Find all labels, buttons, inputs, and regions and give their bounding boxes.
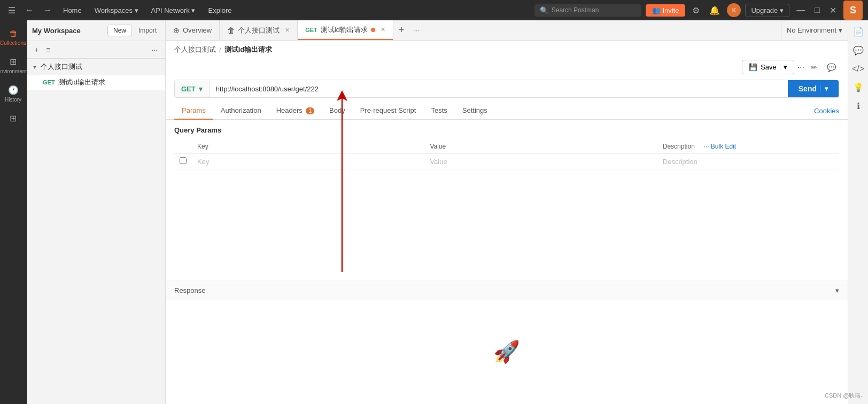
empty-illustration: 🚀 xyxy=(493,339,520,364)
back-icon[interactable]: ← xyxy=(22,4,36,16)
forward-icon[interactable]: → xyxy=(41,4,55,16)
response-body: 🚀 xyxy=(166,300,848,405)
response-section[interactable]: Response ▾ xyxy=(166,281,848,300)
row-checkbox[interactable] xyxy=(180,157,187,164)
collections-toolbar: + ≡ ··· xyxy=(27,41,165,59)
breadcrumb: 个人接口测试 / 测试id输出请求 xyxy=(174,45,839,55)
method-label: GET xyxy=(181,85,196,93)
tabs-bar: ⊕ Overview 🗑 个人接口测试 ✕ GET 测试id输出请求 ✕ + ·… xyxy=(166,20,848,41)
more-tabs-icon[interactable]: ··· xyxy=(409,26,424,34)
tab-pre-request[interactable]: Pre-request Script xyxy=(353,102,424,120)
api-network-nav[interactable]: API Network ▾ xyxy=(147,4,200,17)
extensions-icon: ⊞ xyxy=(10,113,17,123)
tab-request[interactable]: GET 测试id输出请求 ✕ xyxy=(298,20,393,40)
tab-method-badge: GET xyxy=(305,27,317,33)
query-params-title: Query Params xyxy=(174,126,839,134)
code-icon[interactable]: </> xyxy=(849,61,867,77)
upgrade-button[interactable]: Upgrade ▾ xyxy=(745,4,789,17)
row-key[interactable]: Key xyxy=(192,154,424,169)
method-chevron-icon: ▾ xyxy=(199,85,203,93)
info-icon[interactable]: ℹ xyxy=(854,98,863,114)
hamburger-icon[interactable]: ☰ xyxy=(5,4,18,17)
tab-tests[interactable]: Tests xyxy=(423,102,454,120)
invite-button[interactable]: 👥 Invite xyxy=(646,4,686,17)
tab-params[interactable]: Params xyxy=(174,102,213,120)
explore-nav[interactable]: Explore xyxy=(204,4,236,17)
collection-item[interactable]: ▼ 个人接口测试 xyxy=(27,59,165,75)
sidebar-item-environments[interactable]: ⊞ Environments xyxy=(0,52,26,79)
sidebar-item-history[interactable]: 🕐 History xyxy=(0,81,26,107)
cookies-button[interactable]: Cookies xyxy=(814,107,839,115)
response-label: Response xyxy=(174,286,206,294)
home-nav[interactable]: Home xyxy=(59,4,86,17)
bell-icon[interactable]: 🔔 xyxy=(707,4,723,17)
tab-body[interactable]: Body xyxy=(322,102,353,120)
comment-icon[interactable]: 💬 xyxy=(850,42,867,59)
request-tabs: Params Authorization Headers 1 Body Pre-… xyxy=(166,102,848,120)
bulk-edit-button[interactable]: ··· Bulk Edit xyxy=(703,143,736,150)
tab-headers[interactable]: Headers 1 xyxy=(269,102,322,120)
col-key-header: Key xyxy=(192,139,424,154)
minimize-icon[interactable]: — xyxy=(794,4,808,16)
sidebar-item-collections[interactable]: 🗑 Collections xyxy=(0,25,26,50)
overview-icon: ⊕ xyxy=(173,26,180,35)
row-desc[interactable]: Description xyxy=(657,154,839,169)
doc-icon[interactable]: 📄 xyxy=(850,24,867,40)
tab-auth[interactable]: Authorization xyxy=(213,102,269,120)
col-desc-header: Description ··· Bulk Edit xyxy=(657,139,839,154)
new-button[interactable]: New xyxy=(107,25,132,36)
tab-collection[interactable]: 🗑 个人接口测试 ✕ xyxy=(220,20,298,40)
request-item[interactable]: GET 测试id输出请求 xyxy=(27,75,165,90)
save-icon: 💾 xyxy=(749,63,757,71)
params-table: Key Value Description ··· Bulk Edit xyxy=(174,139,839,169)
headers-badge: 1 xyxy=(306,107,314,114)
import-button[interactable]: Import xyxy=(135,25,160,36)
tab-settings[interactable]: Settings xyxy=(455,102,495,120)
maximize-icon[interactable]: □ xyxy=(812,4,823,16)
settings-icon[interactable]: ⚙ xyxy=(689,4,702,17)
add-tab-button[interactable]: + xyxy=(393,25,410,36)
env-selector[interactable]: No Environment ▾ xyxy=(781,20,848,40)
toolbar-right: 💾 Save ▾ ··· ✏ 💬 xyxy=(742,60,839,74)
empty-space xyxy=(166,176,848,281)
tab-close-icon[interactable]: ✕ xyxy=(285,27,290,34)
row-value[interactable]: Value xyxy=(424,154,657,169)
search-box[interactable]: 🔍 Search Postman xyxy=(534,4,641,17)
sidebar-item-extensions[interactable]: ⊞ xyxy=(0,109,26,128)
col-value-header: Value xyxy=(424,139,657,154)
tabs-right: Cookies xyxy=(814,107,839,115)
request-area: 个人接口测试 / 测试id输出请求 💾 Save ▾ ··· ✏ 💬 xyxy=(166,41,848,74)
more-collections-icon[interactable]: ··· xyxy=(149,44,160,55)
method-selector[interactable]: GET ▾ xyxy=(175,81,210,97)
main-content: ⊕ Overview 🗑 个人接口测试 ✕ GET 测试id输出请求 ✕ + ·… xyxy=(166,20,848,404)
sort-icon[interactable]: ≡ xyxy=(44,44,52,55)
sidebar-icons: 🗑 Collections ⊞ Environments 🕐 History ⊞ xyxy=(0,20,27,404)
breadcrumb-parent[interactable]: 个人接口测试 xyxy=(174,45,216,55)
request-toolbar: 💾 Save ▾ ··· ✏ 💬 xyxy=(174,60,839,74)
env-chevron-icon: ▾ xyxy=(839,26,842,34)
lightbulb-icon[interactable]: 💡 xyxy=(850,79,867,96)
save-button[interactable]: 💾 Save ▾ xyxy=(742,60,794,74)
edit-button[interactable]: ✏ xyxy=(808,61,820,74)
chevron-down-icon: ▼ xyxy=(32,64,37,70)
breadcrumb-current: 测试id输出请求 xyxy=(224,45,273,55)
workspaces-nav[interactable]: Workspaces ▾ xyxy=(90,4,143,17)
top-nav: ☰ ← → Home Workspaces ▾ API Network ▾ Ex… xyxy=(0,0,868,20)
comment-button[interactable]: 💬 xyxy=(824,61,839,74)
tab-overview[interactable]: ⊕ Overview xyxy=(166,20,220,40)
send-button[interactable]: Send ▾ xyxy=(788,80,839,97)
close-icon[interactable]: ✕ xyxy=(827,4,839,17)
trash-icon: 🗑 xyxy=(227,26,235,35)
add-collection-icon[interactable]: + xyxy=(32,44,41,55)
url-input[interactable] xyxy=(210,81,788,97)
col-check xyxy=(174,139,192,154)
save-chevron-icon[interactable]: ▾ xyxy=(780,63,787,71)
params-section: Query Params Key Value Description ··· B… xyxy=(166,120,848,176)
watermark: CSDN @耿瑞- xyxy=(825,392,863,400)
more-options-button[interactable]: ··· xyxy=(797,63,804,72)
history-icon: 🕐 xyxy=(8,85,19,95)
avatar[interactable]: K xyxy=(727,3,741,17)
main-layout: 🗑 Collections ⊞ Environments 🕐 History ⊞… xyxy=(0,20,868,404)
collections-icon: 🗑 xyxy=(9,29,18,38)
tab-close-icon-2[interactable]: ✕ xyxy=(381,26,385,33)
